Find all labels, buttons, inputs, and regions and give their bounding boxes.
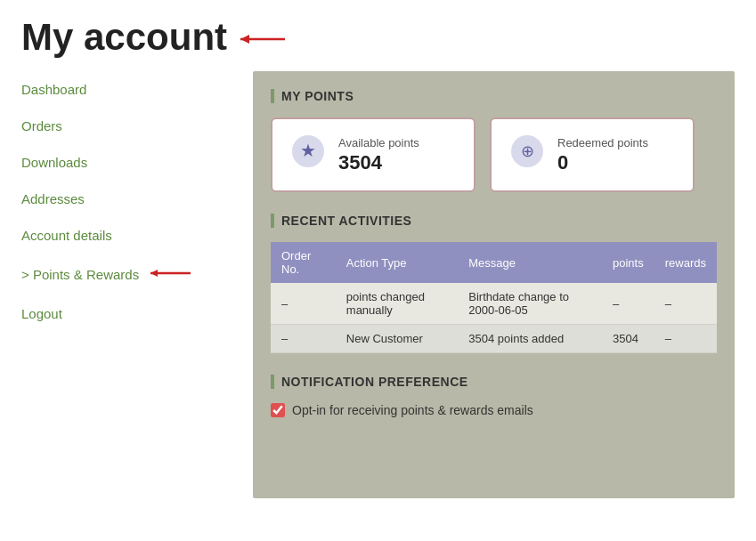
table-row: –points changed manuallyBirthdate change… bbox=[271, 283, 717, 325]
my-points-title: MY POINTS bbox=[271, 89, 717, 103]
col-order-no: Order No. bbox=[271, 242, 336, 283]
sidebar: Dashboard Orders Downloads Addresses Acc… bbox=[21, 71, 253, 498]
available-points-info: Available points 3504 bbox=[338, 136, 419, 174]
cell-points: 3504 bbox=[602, 325, 654, 353]
notification-checkbox-row: Opt-in for receiving points & rewards em… bbox=[271, 403, 717, 417]
cell-rewards: – bbox=[654, 283, 717, 325]
available-points-value: 3504 bbox=[338, 151, 419, 174]
cell-rewards: – bbox=[654, 325, 717, 353]
cell-order_no: – bbox=[271, 325, 336, 353]
sidebar-arrow-indicator bbox=[146, 264, 195, 285]
sidebar-item-logout[interactable]: Logout bbox=[21, 295, 253, 332]
redeemed-points-value: 0 bbox=[557, 151, 648, 174]
redeemed-points-label: Redeemed points bbox=[557, 136, 648, 149]
col-points: points bbox=[602, 242, 654, 283]
activities-table: Order No. Action Type Message points rew… bbox=[271, 242, 717, 353]
cell-message: 3504 points added bbox=[458, 325, 602, 353]
available-points-label: Available points bbox=[338, 136, 419, 149]
sidebar-item-points-rewards[interactable]: > Points & Rewards bbox=[21, 254, 253, 295]
sidebar-item-dashboard[interactable]: Dashboard bbox=[21, 71, 253, 108]
redeemed-points-card: ⊕ Redeemed points 0 bbox=[490, 117, 695, 192]
svg-text:⊕: ⊕ bbox=[521, 142, 534, 160]
sidebar-arrow-icon bbox=[146, 264, 195, 282]
main-layout: Dashboard Orders Downloads Addresses Acc… bbox=[0, 71, 756, 498]
cell-action_type: points changed manually bbox=[336, 283, 458, 325]
my-points-section: MY POINTS ★ Available points 3504 bbox=[271, 89, 717, 192]
points-cards: ★ Available points 3504 ⊕ bbox=[271, 117, 717, 192]
sidebar-item-downloads[interactable]: Downloads bbox=[21, 144, 253, 181]
col-message: Message bbox=[458, 242, 602, 283]
redeemed-points-info: Redeemed points 0 bbox=[557, 136, 648, 174]
col-action-type: Action Type bbox=[336, 242, 458, 283]
opt-in-label: Opt-in for receiving points & rewards em… bbox=[292, 403, 533, 417]
cell-order_no: – bbox=[271, 283, 336, 325]
recent-activities-title: RECENT ACTIVITIES bbox=[271, 214, 717, 228]
table-header-row: Order No. Action Type Message points rew… bbox=[271, 242, 717, 283]
svg-marker-3 bbox=[150, 270, 158, 277]
available-points-card: ★ Available points 3504 bbox=[271, 117, 476, 192]
col-rewards: rewards bbox=[654, 242, 717, 283]
notification-title: NOTIFICATION PREFERENCE bbox=[271, 375, 717, 389]
page-header: My account bbox=[0, 0, 756, 71]
cell-message: Birthdate change to 2000-06-05 bbox=[458, 283, 602, 325]
svg-marker-1 bbox=[240, 35, 249, 44]
notification-section: NOTIFICATION PREFERENCE Opt-in for recei… bbox=[271, 375, 717, 417]
title-arrow-indicator bbox=[236, 16, 289, 59]
arrow-icon bbox=[236, 28, 289, 50]
main-content-area: MY POINTS ★ Available points 3504 bbox=[253, 71, 735, 498]
opt-in-checkbox[interactable] bbox=[271, 403, 285, 417]
sidebar-item-account-details[interactable]: Account details bbox=[21, 217, 253, 254]
available-points-icon: ★ bbox=[290, 133, 326, 176]
table-row: –New Customer3504 points added3504– bbox=[271, 325, 717, 353]
sidebar-item-addresses[interactable]: Addresses bbox=[21, 181, 253, 217]
sidebar-item-orders[interactable]: Orders bbox=[21, 108, 253, 144]
recent-activities-section: RECENT ACTIVITIES Order No. Action Type … bbox=[271, 214, 717, 353]
page-title: My account bbox=[21, 16, 227, 59]
svg-text:★: ★ bbox=[300, 141, 316, 160]
cell-action_type: New Customer bbox=[336, 325, 458, 353]
redeemed-points-icon: ⊕ bbox=[509, 133, 545, 176]
cell-points: – bbox=[602, 283, 654, 325]
